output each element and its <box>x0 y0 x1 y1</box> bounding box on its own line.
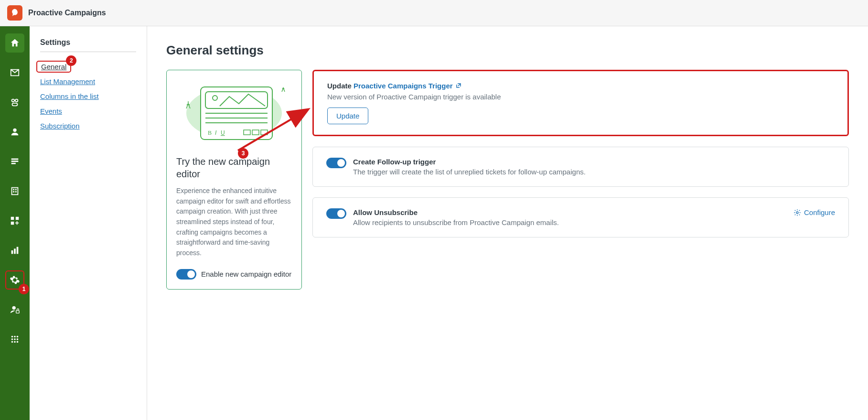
unsubscribe-title: Allow Unsubscribe <box>353 208 787 216</box>
svg-point-3 <box>13 129 16 132</box>
update-card-desc: New version of Proactive Campaign trigge… <box>327 93 501 101</box>
followup-title: Create Follow-up trigger <box>353 158 835 166</box>
nav-mail-icon[interactable] <box>5 63 24 82</box>
nav-home-icon[interactable] <box>5 33 24 53</box>
sidebar-item-events[interactable]: Events <box>40 107 136 115</box>
svg-rect-2 <box>12 103 18 106</box>
svg-point-0 <box>12 99 14 102</box>
svg-rect-17 <box>17 247 19 254</box>
sidebar-title: Settings <box>40 38 136 52</box>
svg-rect-5 <box>11 161 19 162</box>
svg-point-20 <box>11 336 13 338</box>
svg-point-26 <box>11 341 13 343</box>
annotation-badge-2: 2 <box>66 55 76 66</box>
annotation-badge-3: 3 <box>238 148 248 159</box>
svg-rect-9 <box>15 189 17 190</box>
svg-point-1 <box>15 99 18 102</box>
svg-rect-13 <box>16 217 19 220</box>
svg-rect-8 <box>13 189 14 190</box>
update-button[interactable]: Update <box>327 108 368 124</box>
nav-rail: 1 <box>0 26 30 420</box>
sidebar-item-list-management[interactable]: List Management <box>40 77 136 86</box>
trigger-link[interactable]: Proactive Campaigns Trigger <box>354 82 461 90</box>
unsubscribe-desc: Allow recipients to unsubscribe from Pro… <box>353 218 787 226</box>
followup-toggle[interactable] <box>326 158 346 168</box>
svg-rect-14 <box>11 222 14 225</box>
nav-settings-icon[interactable]: 1 <box>5 270 24 290</box>
configure-link[interactable]: Configure <box>793 208 835 216</box>
svg-point-21 <box>14 336 16 338</box>
svg-point-23 <box>11 338 13 340</box>
nav-list-icon[interactable] <box>5 152 24 171</box>
settings-sidebar: Settings General 2 List Management Colum… <box>30 26 147 420</box>
nav-building-icon[interactable] <box>5 182 24 201</box>
svg-rect-12 <box>11 217 14 220</box>
annotation-badge-1: 1 <box>19 284 29 294</box>
svg-rect-11 <box>15 191 17 193</box>
svg-point-18 <box>12 306 16 310</box>
nav-groups-icon[interactable] <box>5 93 24 112</box>
nav-apps-add-icon[interactable] <box>5 211 24 230</box>
app-logo-icon <box>7 5 22 21</box>
svg-rect-4 <box>11 159 19 160</box>
sidebar-item-columns[interactable]: Columns in the list <box>40 92 136 100</box>
svg-text:U: U <box>221 129 225 136</box>
svg-text:B: B <box>208 129 212 136</box>
page-title: General settings <box>166 43 849 58</box>
sidebar-item-general[interactable]: General <box>41 63 66 71</box>
nav-user-icon[interactable] <box>5 122 24 141</box>
promo-description: Experience the enhanced intuitive campai… <box>176 186 292 258</box>
top-header: Proactive Campaigns <box>0 0 868 26</box>
promo-title: Try the new campaign editor <box>176 155 292 180</box>
nav-chart-icon[interactable] <box>5 241 24 260</box>
svg-rect-7 <box>12 188 18 195</box>
svg-point-25 <box>17 338 19 340</box>
svg-rect-15 <box>11 250 13 254</box>
sidebar-item-subscription[interactable]: Subscription <box>40 122 136 130</box>
followup-desc: The trigger will create the list of unre… <box>353 168 835 176</box>
promo-card: B I U Try the new campaign editor Experi… <box>166 70 302 290</box>
gear-icon <box>793 209 801 216</box>
svg-rect-6 <box>11 163 16 164</box>
main-content: General settings B I <box>147 26 868 420</box>
unsubscribe-toggle[interactable] <box>326 208 346 219</box>
svg-rect-16 <box>14 248 16 254</box>
external-link-icon <box>456 83 461 88</box>
enable-editor-label: Enable new campaign editor <box>201 269 291 279</box>
svg-rect-19 <box>16 311 19 313</box>
svg-point-22 <box>17 336 19 338</box>
update-card-title: Update Proactive Campaigns Trigger <box>327 82 461 90</box>
svg-point-24 <box>14 338 16 340</box>
nav-more-icon[interactable] <box>5 330 24 349</box>
unsubscribe-card: Allow Unsubscribe Allow recipients to un… <box>312 197 849 237</box>
followup-card: Create Follow-up trigger The trigger wil… <box>312 147 849 187</box>
svg-rect-10 <box>13 191 14 193</box>
promo-illustration: B I U <box>176 80 292 147</box>
enable-editor-toggle[interactable] <box>176 269 196 280</box>
svg-point-28 <box>17 341 19 343</box>
update-trigger-card: Update Proactive Campaigns Trigger New v… <box>312 70 849 136</box>
app-title: Proactive Campaigns <box>28 9 106 17</box>
nav-user-lock-icon[interactable] <box>5 300 24 319</box>
svg-point-27 <box>14 341 16 343</box>
svg-point-42 <box>796 212 798 214</box>
